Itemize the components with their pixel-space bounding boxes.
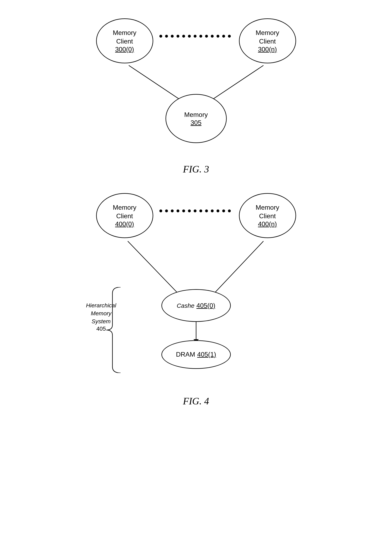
- dot8: [199, 210, 202, 212]
- fig4-caption: FIG. 4: [183, 395, 209, 407]
- dot1: [159, 35, 162, 38]
- fig3-container: Memory Client 300(0): [74, 12, 318, 175]
- dot6: [188, 210, 191, 212]
- node-client-300-0: Memory Client 300(0): [96, 18, 153, 63]
- dot4: [177, 210, 179, 212]
- dot3: [171, 210, 174, 212]
- dot10: [211, 210, 214, 212]
- dot6: [188, 35, 191, 38]
- dot2: [165, 35, 168, 38]
- fig3-caption: FIG. 3: [183, 163, 209, 175]
- fig3-dots: [159, 35, 231, 38]
- dot12: [222, 210, 225, 212]
- dot13: [228, 210, 231, 212]
- fig3-diagram: Memory Client 300(0): [84, 12, 308, 159]
- dot13: [228, 35, 231, 38]
- dot12: [222, 35, 225, 38]
- page: Memory Client 300(0): [0, 0, 392, 535]
- dot11: [216, 35, 219, 38]
- dot3: [171, 35, 174, 38]
- node-memory-305: Memory 305: [165, 94, 227, 143]
- dot2: [165, 210, 168, 212]
- dot4: [177, 35, 179, 38]
- dot5: [182, 35, 185, 38]
- dot1: [159, 210, 162, 212]
- dot9: [205, 210, 208, 212]
- dot5: [182, 210, 185, 212]
- svg-line-0: [129, 65, 184, 102]
- svg-line-4: [128, 241, 182, 297]
- fig4-dots: [159, 210, 231, 212]
- dot9: [205, 35, 208, 38]
- svg-line-2: [208, 65, 263, 102]
- hierarchical-memory-label: Hierarchical Memory System 405: [84, 301, 119, 332]
- dot10: [211, 35, 214, 38]
- dot11: [216, 210, 219, 212]
- svg-line-6: [210, 241, 263, 297]
- node-client-300-n: Memory Client 300(n): [239, 18, 296, 63]
- node-client-400-n: Memory Client 400(n): [239, 193, 296, 238]
- dot7: [194, 210, 196, 212]
- node-client-400-0: Memory Client 400(0): [96, 193, 153, 238]
- node-dram-405-1: DRAM 405(1): [161, 340, 231, 369]
- dot8: [199, 35, 202, 38]
- fig4-container: Memory Client 400(0): [74, 187, 318, 407]
- node-cashe-405-0: Cashe 405(0): [161, 289, 231, 322]
- dot7: [194, 35, 196, 38]
- fig4-diagram: Memory Client 400(0): [84, 187, 308, 391]
